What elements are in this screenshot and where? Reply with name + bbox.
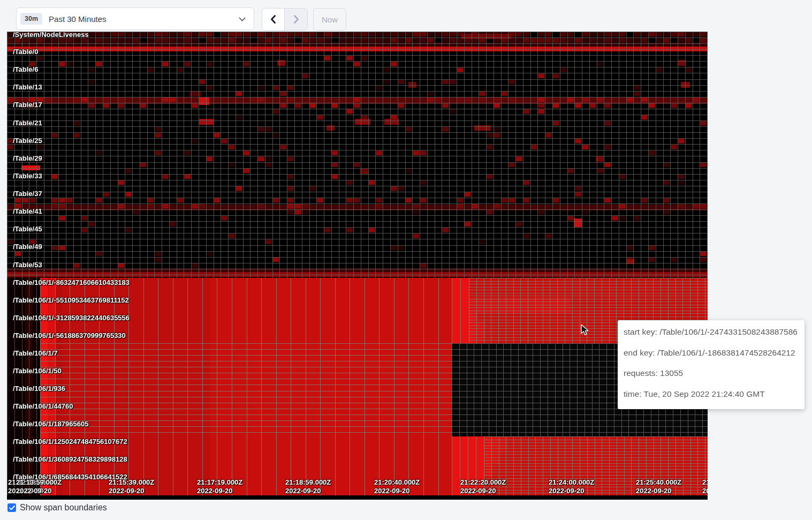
row-label: /Table/29 [13, 155, 42, 162]
row-label: /Table/106/1/-3128593822440635556 [13, 314, 130, 322]
x-axis-label: 21:24:00.000Z2022-09-20 [549, 478, 594, 495]
time-nav-button-group [262, 8, 308, 31]
x-axis-label: 21:27:20.000Z2022-09-20 [702, 478, 708, 495]
row-label: /Table/106/1/1250247484756107672 [13, 438, 127, 446]
tooltip-start-key: start key: /Table/106/1/-247433150824388… [624, 327, 799, 337]
x-axis-label: 21:22:20.000Z2022-09-20 [460, 478, 506, 495]
key-visualizer-heatmap: /System/NodeLiveness/Table/0/Table/6/Tab… [7, 32, 708, 500]
span-tooltip: start key: /Table/106/1/-247433150824388… [618, 320, 805, 409]
row-label: /Table/106/1/7 [13, 350, 58, 357]
x-axis-label: 21:15:39.000Z2022-09-20 [109, 478, 154, 495]
row-label: /Table/106/1/-8632471606610433183 [13, 279, 130, 287]
x-axis-label: 21:20:40.000Z2022-09-20 [374, 478, 420, 495]
now-button[interactable]: Now [313, 8, 346, 31]
row-label: /Table/0 [13, 48, 38, 56]
show-span-boundaries-row: Show span boundaries [7, 503, 107, 513]
row-label: /Table/17 [13, 101, 42, 109]
row-label: /Table/106/1/44760 [13, 403, 73, 410]
row-label: /Table/13 [13, 84, 42, 91]
chevron-down-icon [239, 17, 246, 22]
row-label: /Table/106/1/-561886370999765330 [13, 332, 126, 340]
row-label: /System/NodeLiveness [13, 32, 89, 39]
show-span-boundaries-label: Show span boundaries [20, 503, 107, 513]
row-label: /Table/53 [13, 261, 42, 269]
row-label: /Table/106/1/50 [13, 367, 62, 375]
tooltip-end-key: end key: /Table/106/1/-18683814745282642… [624, 348, 799, 358]
row-label: /Table/106/1/-5510953463769811152 [13, 297, 129, 304]
x-axis-label: 21:17:19.000Z2022-09-20 [197, 478, 242, 495]
prev-time-button[interactable] [262, 9, 285, 30]
chevron-left-icon [269, 14, 278, 24]
row-label: /Table/37 [13, 190, 42, 198]
row-label: /Table/41 [13, 208, 42, 215]
x-axis-label: 21:18:59.000Z2022-09-20 [285, 478, 331, 495]
row-label: /Table/6 [13, 66, 38, 73]
row-label: /Table/25 [13, 137, 42, 145]
time-range-dropdown[interactable]: 30m Past 30 Minutes [16, 7, 254, 30]
row-label: /Table/106/1/936 [13, 385, 65, 393]
row-label: /Table/21 [13, 119, 42, 127]
chevron-right-icon [292, 14, 300, 24]
row-label: /Table/33 [13, 172, 42, 180]
row-label: /Table/49 [13, 243, 42, 251]
row-label: /Table/45 [13, 225, 42, 233]
heatmap-canvas[interactable] [7, 32, 708, 500]
tooltip-time: time: Tue, 20 Sep 2022 21:24:40 GMT [624, 389, 799, 399]
row-label: /Table/106/1/187965605 [13, 420, 88, 428]
time-range-label: Past 30 Minutes [49, 14, 107, 24]
time-range-badge: 30m [20, 13, 42, 25]
row-label: /Table/106/1/3608924758329898128 [13, 456, 127, 463]
checkmark-icon [9, 506, 15, 510]
tooltip-requests: requests: 13055 [624, 368, 799, 378]
next-time-button[interactable] [285, 9, 307, 30]
show-span-boundaries-checkbox[interactable] [7, 503, 16, 512]
x-axis-label: 21:25:40.000Z2022-09-20 [636, 478, 681, 495]
x-axis-label: 21:13:59.000Z2022-09-20 [16, 478, 62, 495]
